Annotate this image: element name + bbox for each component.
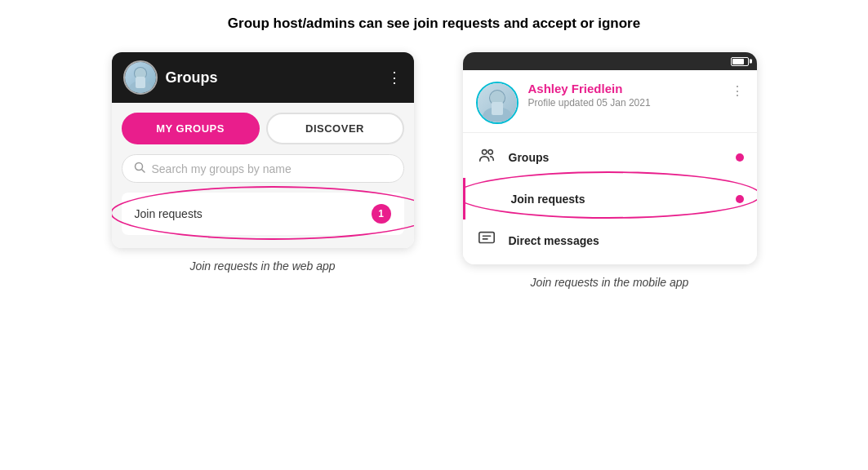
battery-icon xyxy=(731,57,749,66)
mobile-user-card: Ashley Friedlein Profile updated 05 Jan … xyxy=(463,70,757,133)
groups-dot-indicator xyxy=(736,153,744,162)
join-requests-row[interactable]: Join requests 1 xyxy=(122,193,404,235)
groups-icon xyxy=(476,146,497,168)
mobile-avatar-image xyxy=(478,83,517,122)
join-requests-label: Join requests xyxy=(135,207,203,220)
mobile-menu-area: Groups Join requests xyxy=(463,133,757,264)
mobile-join-requests-wrapper: Join requests xyxy=(463,178,757,219)
mobile-frame: Ashley Friedlein Profile updated 05 Jan … xyxy=(463,52,757,264)
mobile-menu-row-direct-messages[interactable]: Direct messages xyxy=(463,219,757,261)
web-app-caption: Join requests in the web app xyxy=(189,259,335,273)
web-header-title: Groups xyxy=(166,69,379,86)
join-requests-mobile-label: Join requests xyxy=(511,193,724,206)
web-app-card: Groups ⋮ MY GROUPS DISCOVER xyxy=(112,52,414,248)
svg-line-5 xyxy=(141,170,145,173)
svg-point-10 xyxy=(482,150,487,155)
join-requests-badge: 1 xyxy=(372,204,391,224)
search-icon xyxy=(134,162,145,175)
mobile-user-subtitle: Profile updated 05 Jan 2021 xyxy=(528,97,721,109)
join-requests-dot-indicator xyxy=(736,195,744,203)
svg-point-11 xyxy=(487,150,492,155)
mobile-user-menu-icon[interactable]: ⋮ xyxy=(731,82,744,99)
join-requests-wrapper: Join requests 1 xyxy=(122,193,404,235)
mobile-user-name: Ashley Friedlein xyxy=(528,82,721,95)
mobile-app-caption: Join requests in the mobile app xyxy=(531,276,689,289)
web-app-header: Groups ⋮ xyxy=(112,52,414,103)
mobile-menu-row-groups[interactable]: Groups xyxy=(463,136,757,178)
web-header-menu-icon[interactable]: ⋮ xyxy=(387,69,403,86)
groups-menu-label: Groups xyxy=(509,151,724,164)
mobile-menu-row-join-requests[interactable]: Join requests xyxy=(463,178,757,219)
tabs-row: MY GROUPS DISCOVER xyxy=(122,113,404,144)
search-bar[interactable]: Search my groups by name xyxy=(122,154,404,183)
join-requests-spacer-icon xyxy=(479,188,500,210)
tab-discover[interactable]: DISCOVER xyxy=(266,113,404,144)
avatar-image xyxy=(125,62,156,93)
web-app-section: Groups ⋮ MY GROUPS DISCOVER xyxy=(112,52,414,289)
svg-rect-14 xyxy=(479,233,493,243)
svg-rect-9 xyxy=(492,102,503,115)
mobile-status-bar xyxy=(463,52,757,70)
web-app-body: MY GROUPS DISCOVER Search my groups by n… xyxy=(112,103,414,248)
mobile-app-section: Ashley Friedlein Profile updated 05 Jan … xyxy=(463,52,757,289)
direct-messages-label: Direct messages xyxy=(509,234,744,247)
svg-rect-3 xyxy=(136,77,145,88)
search-placeholder: Search my groups by name xyxy=(152,162,292,175)
mobile-user-info: Ashley Friedlein Profile updated 05 Jan … xyxy=(528,82,721,109)
page-title: Group host/admins can see join requests … xyxy=(0,0,868,44)
avatar xyxy=(123,60,158,95)
mobile-avatar xyxy=(476,82,519,124)
tab-my-groups[interactable]: MY GROUPS xyxy=(122,113,260,144)
direct-messages-icon xyxy=(476,229,497,251)
